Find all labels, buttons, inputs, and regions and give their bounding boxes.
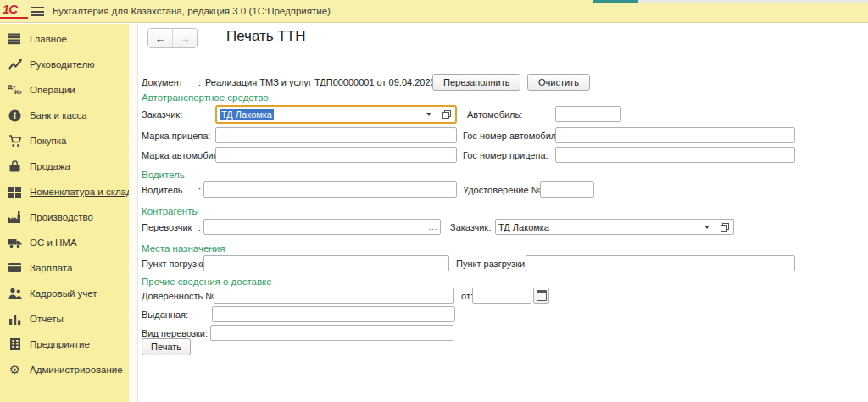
building-icon [8,338,22,350]
trend-icon [8,59,22,70]
1c-logo: 1С [3,3,17,15]
section-vehicle-title: Автотранспортное средство [142,92,269,103]
sidebar-item-bank-cash[interactable]: Банк и касса [0,103,129,128]
sidebar-item-operations[interactable]: ДтКт Операции [0,77,129,103]
poa-date-label: от: [461,291,473,301]
sidebar-item-label: Отчеты [30,314,64,324]
1c-logo-underline [0,17,28,19]
window-title: Бухгалтерия для Казахстана, редакция 3.0… [53,6,331,16]
car-brand-label: Марка автомобиля: [142,150,226,160]
contractor-customer-value: ТД Лакомка [498,222,549,232]
sidebar-item-label: Предприятие [30,339,90,349]
customer-combo-dropdown-button[interactable] [420,107,437,122]
sidebar-item-fixed-assets[interactable]: ОС и НМА [0,230,129,255]
refill-button[interactable]: Перезаполнить [432,74,520,91]
truck-icon [8,237,22,248]
sidebar-item-label: Администрирование [30,365,123,375]
section-destinations-title: Места назначения [142,243,225,254]
poa-date-input[interactable] [472,288,531,304]
sidebar-item-manager[interactable]: Руководителю [0,52,129,77]
carrier-separator: : [198,222,201,232]
contractor-customer-label: Заказчик: [450,222,491,232]
chevron-down-icon [426,113,431,116]
driver-label: Водитель [142,185,183,195]
section-other-title: Прочие сведения о доставке [142,276,272,287]
sidebar-item-sale[interactable]: Продажа [0,154,129,179]
sidebar: Главное Руководителю ДтКт Операции Банк … [0,24,129,402]
poa-date-calendar-button[interactable] [533,288,549,304]
sidebar-item-label: Продажа [30,161,70,171]
sidebar-item-label: ОС и НМА [30,237,77,248]
transport-type-label: Вид перевозки: [142,328,208,338]
car-number-input[interactable] [555,127,795,143]
back-button[interactable]: ← [148,29,172,47]
loading-point-input[interactable] [203,255,449,271]
loading-point-label: Пункт погрузки: [142,259,209,269]
sidebar-item-hr[interactable]: Кадровый учет [0,281,129,306]
contractor-customer-value-area[interactable]: ТД Лакомка [496,220,698,234]
unloading-point-input[interactable] [526,255,795,271]
customer-combo-value: ТД Лакомка [220,109,274,120]
contractor-customer-open-button[interactable] [715,220,733,234]
people-icon [8,288,22,299]
driver-input[interactable] [203,181,457,198]
sidebar-item-administration[interactable]: ⚙ Администрирование [0,357,129,382]
forward-button[interactable]: → [172,29,197,47]
print-button[interactable]: Печать [142,338,191,355]
sidebar-item-production[interactable]: Производство [0,204,129,230]
issued-by-label: Выданная: [142,310,188,320]
clear-button[interactable]: Очистить [527,74,590,91]
section-driver-title: Водитель [142,170,185,180]
customer-combo[interactable]: ТД Лакомка [215,105,457,124]
wallet-icon [8,263,22,273]
sidebar-item-label: Производство [30,212,93,222]
sidebar-item-label: Банк и касса [30,110,87,120]
car-input[interactable] [555,106,621,122]
sidebar-item-home[interactable]: Главное [0,26,129,52]
sidebar-item-reports[interactable]: Отчеты [0,306,129,332]
trailer-number-input[interactable] [555,147,795,163]
bag-icon [8,160,22,173]
gear-icon: ⚙ [8,364,22,377]
poa-number-input[interactable] [214,288,454,304]
customer-combo-value-area[interactable]: ТД Лакомка [217,107,420,122]
license-label: Удостоверение №: [463,185,544,195]
carrier-field[interactable]: ... [203,219,441,235]
customer-combo-open-button[interactable] [437,107,455,122]
issued-by-input[interactable] [212,306,455,322]
document-label: Документ [142,77,183,87]
table-icon [8,187,22,198]
carrier-field-value[interactable] [204,220,426,234]
sidebar-item-label: Зарплата [30,263,72,273]
sidebar-item-label: Главное [30,34,67,44]
trailer-brand-input[interactable] [215,127,457,143]
title-bar: 1С Бухгалтерия для Казахстана, редакция … [0,0,868,23]
trailer-brand-label: Марка прицепа: [142,131,210,141]
car-brand-input[interactable] [215,147,457,163]
top-teal-bar [593,0,638,3]
document-separator: : [198,77,201,87]
carrier-label: Перевозчик [142,222,192,232]
app-window: 1С Бухгалтерия для Казахстана, редакция … [0,0,868,402]
carrier-choose-button[interactable]: ... [426,220,440,234]
section-contractors-title: Контрагенты [142,206,199,216]
license-input[interactable] [540,181,594,198]
sidebar-item-label: Операции [30,85,75,95]
sidebar-item-enterprise[interactable]: Предприятие [0,332,129,357]
top-gray-strip [638,0,868,3]
sidebar-item-salary[interactable]: Зарплата [0,255,129,281]
sidebar-item-label: Покупка [30,136,66,146]
bar-chart-icon [8,314,22,325]
contractor-customer-dropdown-button[interactable] [698,220,715,234]
transport-type-input[interactable] [210,325,453,341]
contractor-customer-combo[interactable]: ТД Лакомка [495,219,734,235]
sidebar-item-purchase[interactable]: Покупка [0,128,129,154]
sidebar-item-inventory-warehouse[interactable]: Номенклатура и склад [0,179,129,204]
calendar-icon [537,290,547,301]
coin-icon [8,109,22,122]
main-menu-icon[interactable] [31,7,44,19]
menu-icon [8,33,22,45]
trailer-number-label: Гос номер прицепа: [463,150,548,160]
car-number-label: Гос номер автомобиля: [463,131,564,141]
sidebar-item-label: Номенклатура и склад [30,187,132,197]
